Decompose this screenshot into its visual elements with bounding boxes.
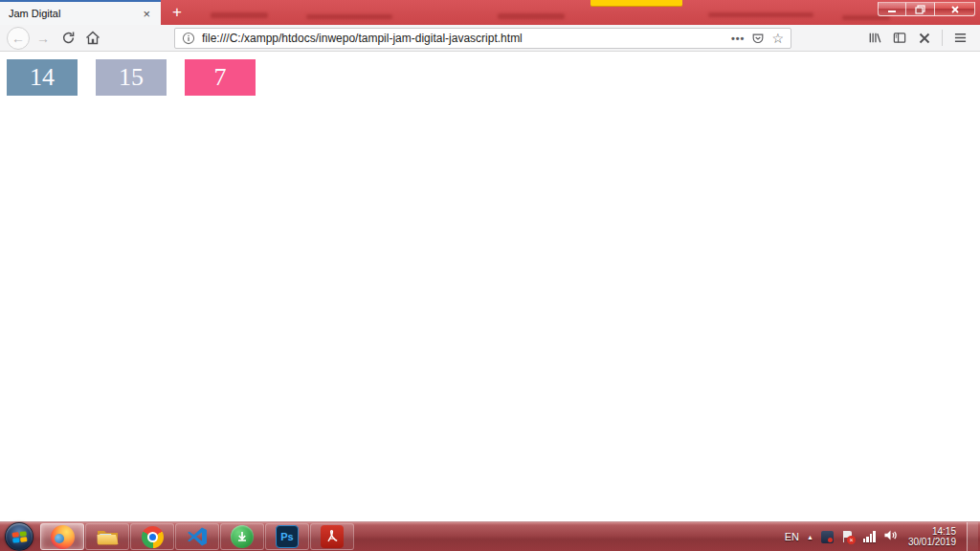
close-button[interactable] [935,2,975,16]
bookmark-star-icon[interactable]: ☆ [771,32,784,45]
home-icon [85,31,100,45]
new-tab-button[interactable]: + [166,3,189,23]
idm-icon [231,525,254,548]
volume-icon[interactable] [883,528,898,545]
menu-button[interactable] [947,27,972,50]
minimize-button[interactable] [878,2,906,16]
restore-button[interactable] [906,2,935,16]
desktop-screen: Jam Digital × + ← [0,0,980,551]
background-artifact [708,12,813,17]
page-content: 14 15 7 [0,52,980,520]
back-icon: ← [7,27,30,50]
clock-hours-box: 14 [7,59,78,96]
restore-icon [915,5,925,14]
taskbar-photoshop-button[interactable]: Ps [265,523,309,550]
firefox-icon [51,525,75,549]
background-window-fragment [590,0,682,7]
photoshop-icon: Ps [276,525,299,548]
browser-titlebar: Jam Digital × + [0,0,980,25]
window-controls [878,2,975,16]
tray-clock[interactable]: 14:15 30/01/2019 [905,526,959,547]
tray-time: 14:15 [908,526,956,537]
taskbar-idm-button[interactable] [220,523,264,550]
url-input[interactable] [202,32,724,45]
system-tray: EN ▲ × 14:15 30/01/2019 [785,522,978,551]
taskbar-chrome-button[interactable] [130,523,174,550]
sidebar-button[interactable] [887,27,912,50]
back-button[interactable]: ← [6,27,31,50]
library-icon [867,31,882,45]
tray-app-icon[interactable] [821,531,834,543]
toolbar-separator [942,30,943,46]
extension-button[interactable] [912,27,937,50]
taskbar-firefox-button[interactable] [40,523,84,550]
library-button[interactable] [862,27,887,50]
forward-icon: → [36,32,50,45]
sidebar-icon [892,31,907,45]
tab-title: Jam Digital [9,8,141,19]
reload-button[interactable] [56,27,80,50]
tab-close-icon[interactable]: × [141,8,152,20]
acrobat-icon [321,525,344,548]
reload-icon [61,31,76,45]
action-center-flag-icon[interactable]: × [841,530,856,544]
windows-taskbar: Ps EN ▲ × [0,521,980,551]
vscode-icon [186,525,209,548]
forward-button[interactable]: → [31,27,56,50]
action-center-alert-badge: × [847,536,856,544]
taskbar-explorer-button[interactable] [85,523,129,550]
navigation-toolbar: ← → • [0,25,980,52]
close-icon [950,5,960,14]
pocket-icon[interactable] [751,32,765,45]
chrome-icon [142,526,164,548]
taskbar-acrobat-button[interactable] [310,523,354,550]
background-artifact [306,14,392,19]
minimize-icon [887,5,897,13]
site-info-icon[interactable] [182,32,195,45]
language-indicator[interactable]: EN [785,531,799,542]
file-explorer-icon [96,527,120,546]
start-button[interactable] [5,522,33,551]
background-artifact [498,13,565,19]
hidden-icons-arrow[interactable]: ▲ [807,534,813,540]
browser-tab-jam-digital[interactable]: Jam Digital × [0,0,161,25]
tray-date: 30/01/2019 [908,537,956,547]
hamburger-menu-icon [953,32,968,44]
show-desktop-button[interactable] [967,522,978,551]
network-icon[interactable] [863,531,876,542]
clock-seconds-box: 7 [185,59,256,96]
windows-logo-icon [11,531,27,543]
home-button[interactable] [80,27,105,50]
page-actions-icon[interactable]: ••• [731,33,746,44]
digital-clock: 14 15 7 [7,59,980,96]
background-artifact [211,12,268,18]
url-bar[interactable]: ••• ☆ [174,28,791,49]
taskbar-vscode-button[interactable] [175,523,219,550]
extension-x-icon [918,32,931,45]
clock-minutes-box: 15 [96,59,167,96]
